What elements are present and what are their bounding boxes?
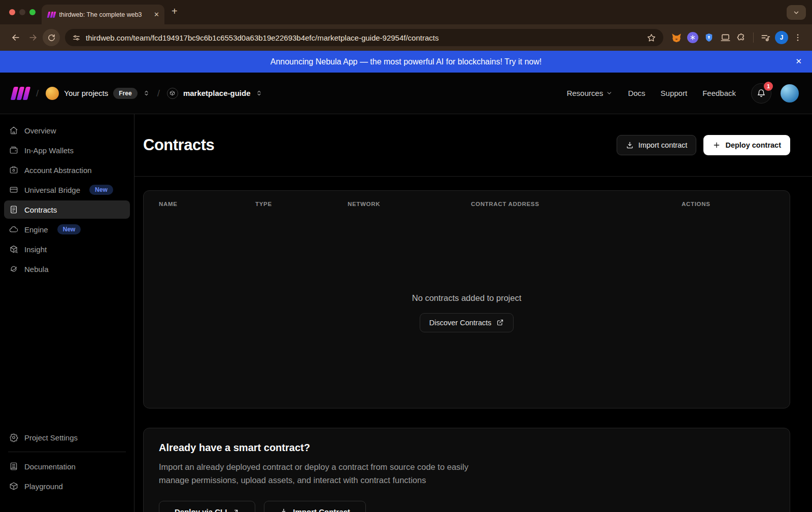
download-icon (280, 508, 288, 512)
home-icon (9, 126, 18, 135)
box-icon (9, 482, 18, 491)
project-name: marketplace-guide (183, 89, 251, 97)
nav-docs[interactable]: Docs (628, 89, 645, 97)
metamask-extension-icon[interactable] (668, 29, 685, 46)
announcement-banner[interactable]: Announcing Nebula App — the most powerfu… (0, 51, 812, 73)
import-contract-cta-button[interactable]: Import Contract (264, 501, 366, 512)
card-icon (9, 185, 18, 194)
empty-state-message: No contracts added to project (412, 293, 522, 303)
window-controls (9, 9, 36, 15)
project-switcher[interactable]: marketplace-guide (167, 88, 263, 99)
gear-icon (9, 433, 18, 442)
deploy-via-cli-button[interactable]: Deploy via CLI (159, 501, 255, 512)
sidebar-item-contracts[interactable]: Contracts (4, 200, 130, 219)
browser-tab[interactable]: thirdweb: The complete web3 ✕ (42, 5, 164, 24)
minimize-window-button[interactable] (19, 9, 25, 15)
team-name: Your projects (64, 89, 108, 97)
team-avatar (46, 87, 59, 100)
plan-badge: Free (113, 88, 137, 99)
tab-search-button[interactable] (787, 5, 806, 20)
sidebar-item-overview[interactable]: Overview (4, 121, 130, 140)
sidebar-item-in-app-wallets[interactable]: In-App Wallets (4, 141, 130, 159)
extensions-puzzle-icon[interactable] (733, 29, 750, 46)
cta-title: Already have a smart contract? (159, 442, 774, 454)
contracts-table-header: NAME TYPE NETWORK CONTRACT ADDRESS ACTIO… (144, 191, 790, 217)
notification-count-badge: 1 (764, 82, 773, 91)
snowflake-extension-icon[interactable] (685, 29, 701, 46)
laptop-extension-icon[interactable] (717, 29, 733, 46)
sidebar-divider (8, 452, 126, 452)
reload-button[interactable] (43, 29, 60, 46)
browser-toolbar: thirdweb.com/team/fcd194917bc9c6b1c6553d… (0, 24, 812, 51)
bookmark-star-icon[interactable] (647, 33, 656, 43)
external-link-icon (496, 319, 504, 326)
team-select-chevrons-icon[interactable] (143, 89, 150, 97)
new-tab-button[interactable]: + (172, 6, 178, 17)
sidebar-item-playground[interactable]: Playground (4, 477, 130, 495)
safe-icon (9, 165, 18, 175)
discover-contracts-button[interactable]: Discover Contracts (420, 313, 514, 332)
nav-feedback[interactable]: Feedback (702, 89, 736, 97)
column-actions: ACTIONS (682, 201, 774, 207)
sidebar-item-insight[interactable]: Insight (4, 240, 130, 258)
cloud-icon (9, 225, 18, 234)
project-select-chevrons-icon[interactable] (255, 89, 263, 97)
smart-contract-cta-card: Already have a smart contract? Import an… (143, 428, 790, 512)
column-name: NAME (159, 201, 255, 207)
contract-document-icon (9, 205, 18, 214)
download-icon (626, 141, 634, 149)
zoom-window-button[interactable] (29, 9, 36, 15)
contracts-page: Contracts Import contract Deploy contrac… (134, 114, 812, 512)
profile-avatar[interactable]: J (773, 29, 790, 46)
team-switcher[interactable]: Your projects Free (46, 87, 150, 100)
project-sidebar: Overview In-App Wallets Account Abstract… (0, 114, 134, 512)
breadcrumb-separator: / (36, 88, 39, 99)
password-shield-extension-icon[interactable] (701, 29, 717, 46)
column-type: TYPE (255, 201, 348, 207)
sidebar-item-engine[interactable]: Engine New (4, 220, 130, 238)
book-icon (9, 462, 18, 471)
back-button[interactable] (7, 29, 24, 46)
app-header: / Your projects Free / marketplace-guide… (0, 73, 812, 114)
new-badge: New (57, 224, 81, 234)
planet-icon (9, 264, 18, 274)
url-text[interactable]: thirdweb.com/team/fcd194917bc9c6b1c6553d… (86, 33, 641, 42)
import-contract-button[interactable]: Import contract (617, 135, 697, 155)
page-title: Contracts (143, 136, 214, 154)
announcement-text: Announcing Nebula App — the most powerfu… (270, 57, 542, 66)
sidebar-item-documentation[interactable]: Documentation (4, 457, 130, 475)
bell-icon (757, 89, 766, 98)
sidebar-item-account-abstraction[interactable]: Account Abstraction (4, 161, 130, 179)
empty-state: No contracts added to project Discover C… (144, 217, 790, 408)
tab-close-icon[interactable]: ✕ (154, 11, 159, 18)
browser-menu-icon[interactable] (790, 29, 806, 46)
toolbar-divider (753, 32, 754, 43)
browser-window: thirdweb: The complete web3 ✕ + thirdweb… (0, 0, 812, 512)
account-avatar[interactable] (781, 84, 799, 103)
sidebar-item-project-settings[interactable]: Project Settings (4, 428, 130, 447)
cube-search-icon (9, 245, 18, 254)
sidebar-item-universal-bridge[interactable]: Universal Bridge New (4, 181, 130, 199)
breadcrumb-separator: / (157, 88, 160, 99)
deploy-contract-button[interactable]: Deploy contract (703, 135, 790, 155)
nav-resources[interactable]: Resources (567, 89, 613, 97)
forward-button[interactable] (24, 29, 42, 46)
nav-support[interactable]: Support (661, 89, 688, 97)
sidebar-item-nebula[interactable]: Nebula (4, 260, 130, 278)
site-info-icon[interactable] (72, 33, 81, 42)
banner-close-icon[interactable]: ✕ (795, 57, 802, 66)
tab-strip: thirdweb: The complete web3 ✕ + (0, 0, 812, 24)
thirdweb-favicon-icon (48, 12, 55, 18)
project-icon (167, 88, 178, 99)
cta-description: Import an already deployed contract or d… (159, 460, 500, 487)
address-bar[interactable]: thirdweb.com/team/fcd194917bc9c6b1c6553d… (65, 29, 663, 46)
column-contract-address: CONTRACT ADDRESS (471, 201, 682, 207)
plus-icon (713, 141, 721, 149)
new-badge: New (89, 185, 113, 195)
thirdweb-logo-icon[interactable] (12, 87, 29, 100)
notifications-button[interactable]: 1 (751, 83, 771, 104)
wallet-icon (9, 146, 18, 155)
media-controls-icon[interactable] (757, 29, 773, 46)
contracts-table-card: NAME TYPE NETWORK CONTRACT ADDRESS ACTIO… (143, 190, 790, 408)
close-window-button[interactable] (9, 9, 15, 15)
